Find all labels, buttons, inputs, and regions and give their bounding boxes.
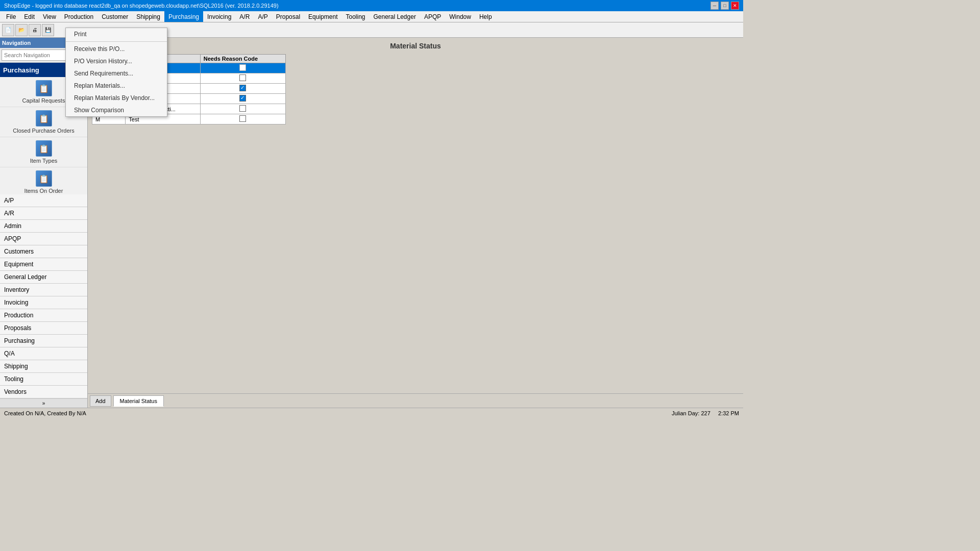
cell-needs-reason[interactable] xyxy=(200,94,285,104)
menu-apqp[interactable]: APQP xyxy=(420,11,445,22)
capital-requests-icon: 📋 xyxy=(36,80,52,96)
status-right: Julian Day: 227 2:32 PM xyxy=(672,410,739,416)
checkbox-needs-reason[interactable] xyxy=(239,74,246,81)
menu-ar[interactable]: A/R xyxy=(235,11,254,22)
title-controls: ─ □ ✕ xyxy=(710,2,739,10)
cell-needs-reason[interactable] xyxy=(200,114,285,124)
status-julian: Julian Day: 227 xyxy=(672,410,710,416)
content-area: Material Status Status Description Needs… xyxy=(88,38,743,408)
menu-bar: File Edit View Production Customer Shipp… xyxy=(0,11,743,22)
title-bar: ShopEdge - logged into database react2db… xyxy=(0,0,743,11)
dropdown-replan-materials[interactable]: Replan Materials... xyxy=(66,80,167,92)
nav-category-invoicing[interactable]: Invoicing xyxy=(0,296,87,309)
purchasing-section-label: Purchasing xyxy=(3,66,39,74)
toolbar-new[interactable]: 📄 xyxy=(2,24,14,36)
nav-category-shipping[interactable]: Shipping xyxy=(0,360,87,373)
tab-material-status[interactable]: Material Status xyxy=(113,395,164,407)
purchasing-dropdown-menu: Print Receive this P/O... P/O Version Hi… xyxy=(65,28,167,117)
closed-purchase-orders-label: Closed Purchase Orders xyxy=(13,128,74,134)
nav-category-inventory[interactable]: Inventory xyxy=(0,284,87,296)
menu-customer[interactable]: Customer xyxy=(97,11,132,22)
status-time: 2:32 PM xyxy=(718,410,739,416)
menu-edit[interactable]: Edit xyxy=(20,11,39,22)
capital-requests-label: Capital Requests xyxy=(22,97,65,104)
dropdown-po-version-history[interactable]: P/O Version History... xyxy=(66,55,167,67)
toolbar-open[interactable]: 📂 xyxy=(15,24,28,36)
checkbox-needs-reason[interactable] xyxy=(239,64,246,71)
cell-needs-reason[interactable] xyxy=(200,73,285,84)
menu-production[interactable]: Production xyxy=(60,11,97,22)
menu-tooling[interactable]: Tooling xyxy=(341,11,369,22)
cell-needs-reason[interactable] xyxy=(200,63,285,73)
close-button[interactable]: ✕ xyxy=(731,2,739,10)
menu-view[interactable]: View xyxy=(39,11,60,22)
menu-purchasing[interactable]: Purchasing xyxy=(164,11,203,22)
nav-category-apqp[interactable]: APQP xyxy=(0,233,87,245)
checkbox-needs-reason[interactable] xyxy=(239,85,246,91)
dropdown-show-comparison[interactable]: Show Comparison xyxy=(66,104,167,116)
menu-window[interactable]: Window xyxy=(445,11,475,22)
item-types-label: Item Types xyxy=(30,158,58,164)
nav-category-ar[interactable]: A/R xyxy=(0,207,87,220)
checkbox-needs-reason[interactable] xyxy=(239,115,246,122)
nav-category-admin[interactable]: Admin xyxy=(0,220,87,233)
menu-ap[interactable]: A/P xyxy=(254,11,272,22)
status-created: Created On N/A, Created By N/A xyxy=(4,410,86,416)
bottom-tabs: Add Material Status xyxy=(88,393,743,408)
menu-shipping[interactable]: Shipping xyxy=(132,11,164,22)
dropdown-print[interactable]: Print xyxy=(66,28,167,40)
nav-category-tooling[interactable]: Tooling xyxy=(0,373,87,386)
item-types-icon: 📋 xyxy=(36,140,52,157)
nav-category-general-ledger[interactable]: General Ledger xyxy=(0,271,87,284)
menu-general-ledger[interactable]: General Ledger xyxy=(370,11,420,22)
nav-category-qa[interactable]: Q/A xyxy=(0,347,87,360)
toolbar-print[interactable]: 🖨 xyxy=(29,24,41,36)
menu-proposal[interactable]: Proposal xyxy=(272,11,304,22)
nav-categories: A/P A/R Admin APQP Customers Equipment G… xyxy=(0,194,87,408)
minimize-button[interactable]: ─ xyxy=(710,2,719,10)
window-title: ShopEdge - logged into database react2db… xyxy=(4,3,279,9)
menu-help[interactable]: Help xyxy=(475,11,496,22)
cell-needs-reason[interactable] xyxy=(200,84,285,94)
menu-file[interactable]: File xyxy=(2,11,20,22)
nav-category-equipment[interactable]: Equipment xyxy=(0,258,87,271)
closed-purchase-orders-icon: 📋 xyxy=(36,110,52,127)
checkbox-needs-reason[interactable] xyxy=(239,95,246,102)
items-on-order-label: Items On Order xyxy=(24,188,63,194)
menu-equipment[interactable]: Equipment xyxy=(304,11,341,22)
dropdown-replan-by-vendor[interactable]: Replan Materials By Vendor... xyxy=(66,92,167,104)
nav-category-production[interactable]: Production xyxy=(0,309,87,322)
status-bar: Created On N/A, Created By N/A Julian Da… xyxy=(0,408,743,418)
sidebar-icon-items-on-order[interactable]: 📋 Items On Order xyxy=(0,167,87,194)
menu-invoicing[interactable]: Invoicing xyxy=(203,11,235,22)
dropdown-separator-1 xyxy=(66,41,167,42)
sidebar-icon-item-types[interactable]: 📋 Item Types xyxy=(0,137,87,167)
nav-category-ap[interactable]: A/P xyxy=(0,194,87,207)
cell-needs-reason[interactable] xyxy=(200,104,285,114)
nav-category-vendors[interactable]: Vendors xyxy=(0,386,87,398)
nav-category-proposals[interactable]: Proposals xyxy=(0,322,87,335)
nav-title: Navigation xyxy=(2,40,31,46)
nav-scroll-down[interactable]: » xyxy=(0,398,87,408)
dropdown-send-requirements[interactable]: Send Requirements... xyxy=(66,67,167,80)
nav-category-purchasing[interactable]: Purchasing xyxy=(0,335,87,347)
col-needs-reason: Needs Reason Code xyxy=(200,55,285,63)
add-button[interactable]: Add xyxy=(90,395,111,407)
dropdown-receive-po[interactable]: Receive this P/O... xyxy=(66,43,167,55)
items-on-order-icon: 📋 xyxy=(36,170,52,187)
content-title: Material Status xyxy=(88,38,743,54)
toolbar-save[interactable]: 💾 xyxy=(42,24,54,36)
checkbox-needs-reason[interactable] xyxy=(239,105,246,112)
restore-button[interactable]: □ xyxy=(721,2,729,10)
nav-category-customers[interactable]: Customers xyxy=(0,245,87,258)
